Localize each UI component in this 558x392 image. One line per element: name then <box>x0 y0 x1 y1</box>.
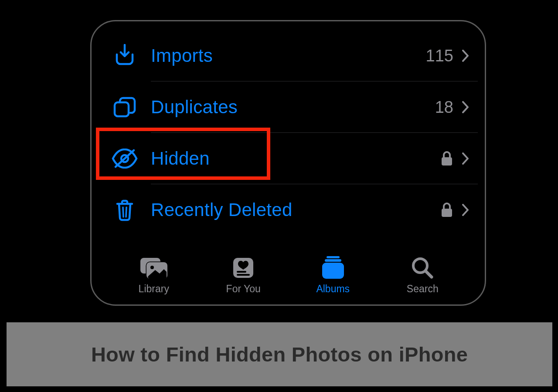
library-icon <box>139 256 169 280</box>
svg-rect-12 <box>237 271 246 273</box>
svg-rect-6 <box>442 209 452 217</box>
lock-icon <box>440 151 453 166</box>
album-row-label: Hidden <box>151 148 440 169</box>
tab-library[interactable]: Library <box>123 256 184 295</box>
duplicate-icon <box>99 96 151 118</box>
foryou-icon <box>231 256 255 280</box>
trash-icon <box>99 199 151 221</box>
album-row-trail: 115 <box>426 47 478 65</box>
svg-rect-15 <box>325 259 341 262</box>
chevron-right-icon <box>462 204 469 216</box>
tab-label: Library <box>139 283 169 295</box>
tab-label: For You <box>226 283 261 295</box>
tab-for-you[interactable]: For You <box>213 256 274 295</box>
svg-rect-0 <box>115 102 129 116</box>
svg-rect-14 <box>327 256 340 258</box>
tab-bar: Library For You Albums <box>92 247 485 304</box>
svg-rect-3 <box>442 157 452 166</box>
caption-text: How to Find Hidden Photos on iPhone <box>91 342 468 366</box>
download-icon <box>99 44 151 68</box>
album-row-count: 18 <box>435 98 453 117</box>
lock-icon <box>440 202 453 218</box>
svg-line-5 <box>126 207 126 217</box>
search-icon <box>411 256 434 280</box>
album-row-label: Recently Deleted <box>151 199 440 220</box>
chevron-right-icon <box>462 101 469 113</box>
eye-slash-icon <box>99 149 151 169</box>
svg-line-4 <box>123 207 123 217</box>
albums-list: Imports 115 Duplicates 18 <box>92 21 485 236</box>
svg-rect-16 <box>322 263 344 279</box>
tab-label: Albums <box>316 283 350 295</box>
caption-bar: How to Find Hidden Photos on iPhone <box>5 321 554 388</box>
album-row-trail: 18 <box>435 98 478 117</box>
album-row-imports[interactable]: Imports 115 <box>99 30 478 81</box>
tab-albums[interactable]: Albums <box>303 256 364 295</box>
photos-albums-card: Imports 115 Duplicates 18 <box>90 20 486 306</box>
tab-search[interactable]: Search <box>392 256 453 295</box>
albums-icon <box>320 256 346 280</box>
chevron-right-icon <box>462 50 469 62</box>
svg-rect-13 <box>237 274 250 276</box>
album-row-trail <box>440 202 478 218</box>
album-row-hidden[interactable]: Hidden <box>99 133 478 184</box>
album-row-trail <box>440 151 478 166</box>
album-row-count: 115 <box>426 47 453 65</box>
tab-label: Search <box>407 283 439 295</box>
svg-point-10 <box>150 266 154 269</box>
chevron-right-icon <box>462 152 469 165</box>
svg-line-18 <box>425 271 432 277</box>
album-row-label: Imports <box>151 45 426 66</box>
album-row-recently-deleted[interactable]: Recently Deleted <box>99 184 478 236</box>
album-row-duplicates[interactable]: Duplicates 18 <box>99 81 478 133</box>
album-row-label: Duplicates <box>151 97 435 118</box>
